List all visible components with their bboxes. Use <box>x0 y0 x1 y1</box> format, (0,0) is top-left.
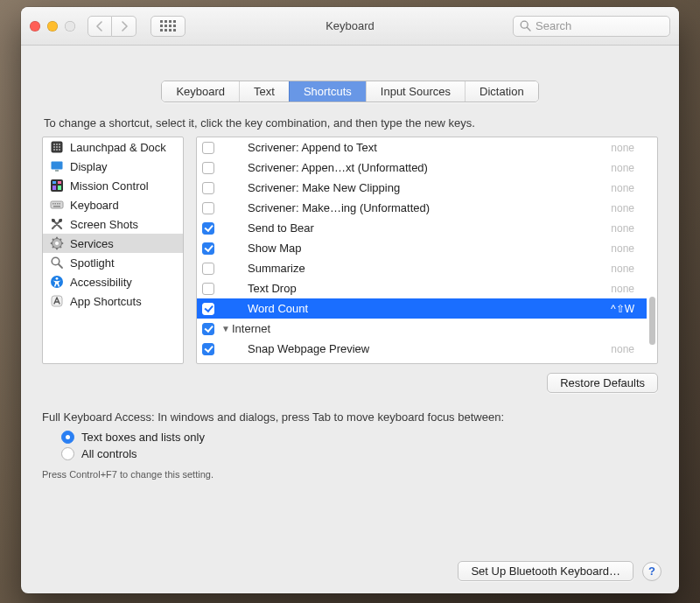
sidebar-item-app-shortcuts[interactable]: App Shortcuts <box>43 291 183 311</box>
keyboard-icon <box>50 198 64 212</box>
checkbox[interactable] <box>202 303 214 315</box>
checkbox[interactable] <box>202 242 214 255</box>
tab-shortcuts[interactable]: Shortcuts <box>289 81 366 102</box>
checkbox[interactable] <box>202 263 214 275</box>
shortcuts-list[interactable]: Scrivener: Append to TextnoneScrivener: … <box>196 137 658 364</box>
shortcut-row[interactable]: Scrivener: Make…ing (Unformatted)none <box>197 198 647 218</box>
minimize-button[interactable] <box>47 21 58 32</box>
nav-buttons <box>88 16 136 37</box>
svg-rect-12 <box>52 162 63 170</box>
bluetooth-keyboard-button[interactable]: Set Up Bluetooth Keyboard… <box>458 561 634 581</box>
tab-dictation[interactable]: Dictation <box>465 81 538 102</box>
search-input[interactable]: Search <box>513 16 670 37</box>
fka-option[interactable]: All controls <box>61 447 658 460</box>
mission-control-icon <box>50 179 64 193</box>
shortcut-label: Snap Webpage Preview <box>248 342 369 355</box>
shortcut-key[interactable]: none <box>611 242 647 255</box>
shortcut-row[interactable]: Scrivener: Make New Clippingnone <box>197 178 647 198</box>
radio-label: Text boxes and lists only <box>81 431 205 444</box>
svg-point-25 <box>52 219 55 222</box>
back-button[interactable] <box>88 16 112 37</box>
close-button[interactable] <box>30 21 40 32</box>
shortcut-row[interactable]: Show Mapnone <box>197 238 647 258</box>
shortcut-label: Scrivener: Appen…xt (Unformatted) <box>248 161 428 174</box>
search-placeholder: Search <box>536 19 571 32</box>
sidebar-item-keyboard[interactable]: Keyboard <box>43 195 183 214</box>
svg-point-10 <box>56 149 58 151</box>
svg-rect-16 <box>58 181 61 184</box>
sidebar-item-services[interactable]: Services <box>43 234 183 253</box>
shortcut-row[interactable]: Snap Webpage Previewnone <box>197 339 647 359</box>
group-label: Internet <box>232 322 270 335</box>
forward-button[interactable] <box>112 16 136 37</box>
shortcut-key[interactable]: none <box>611 283 647 295</box>
instruction-text: To change a shortcut, select it, click t… <box>44 116 658 130</box>
shortcut-key[interactable]: ^⇧W <box>611 303 647 315</box>
svg-point-7 <box>56 146 58 148</box>
shortcut-label: Word Count <box>248 302 308 315</box>
titlebar: Keyboard Search <box>21 7 679 46</box>
grid-icon <box>160 20 176 32</box>
shortcut-label: Summarize <box>248 262 305 275</box>
tab-keyboard[interactable]: Keyboard <box>162 81 239 102</box>
search-icon <box>520 20 531 32</box>
window-controls <box>30 21 80 32</box>
sidebar-item-label: Services <box>70 237 114 250</box>
tab-text[interactable]: Text <box>239 81 289 102</box>
scroll-thumb[interactable] <box>649 297 655 345</box>
shortcut-row[interactable]: Scrivener: Appen…xt (Unformatted)none <box>197 158 647 178</box>
shortcut-key[interactable]: none <box>611 182 647 194</box>
scrollbar[interactable] <box>648 139 655 361</box>
radio-button[interactable] <box>61 447 74 460</box>
checkbox[interactable] <box>202 182 214 194</box>
svg-line-38 <box>59 264 62 268</box>
shortcut-row[interactable]: Word Count^⇧W <box>197 298 647 319</box>
shortcut-row[interactable]: Summarizenone <box>197 258 647 278</box>
shortcut-row[interactable]: Text Dropnone <box>197 278 647 298</box>
sidebar-item-launchpad-dock[interactable]: Launchpad & Dock <box>43 137 183 157</box>
sidebar-item-accessibility[interactable]: Accessibility <box>43 272 183 291</box>
shortcut-key[interactable]: none <box>611 343 647 355</box>
sidebar-item-spotlight[interactable]: Spotlight <box>43 253 183 272</box>
svg-line-34 <box>60 247 62 249</box>
shortcut-label: Scrivener: Make…ing (Unformatted) <box>248 201 430 214</box>
checkbox[interactable] <box>202 202 214 214</box>
sidebar-item-display[interactable]: Display <box>43 157 183 176</box>
shortcut-row[interactable]: Scrivener: Append to Textnone <box>197 137 647 158</box>
category-sidebar[interactable]: Launchpad & DockDisplayMission ControlKe… <box>42 137 184 364</box>
shortcut-key[interactable]: none <box>611 222 647 235</box>
shortcut-group[interactable]: ▼Internet <box>197 319 647 339</box>
checkbox[interactable] <box>202 142 214 154</box>
shortcut-key[interactable]: none <box>611 263 647 275</box>
radio-button[interactable] <box>61 431 74 444</box>
zoom-button[interactable] <box>65 21 75 32</box>
tab-input-sources[interactable]: Input Sources <box>366 81 465 102</box>
shortcut-row[interactable]: Send to Bearnone <box>197 218 647 238</box>
restore-defaults-button[interactable]: Restore Defaults <box>547 373 658 393</box>
sidebar-item-screen-shots[interactable]: Screen Shots <box>43 214 183 234</box>
sidebar-item-mission-control[interactable]: Mission Control <box>43 176 183 195</box>
checkbox[interactable] <box>202 283 214 295</box>
fka-hint: Press Control+F7 to change this setting. <box>42 469 658 480</box>
disclosure-triangle-icon[interactable]: ▼ <box>221 324 230 333</box>
svg-line-36 <box>52 247 54 249</box>
sidebar-item-label: Display <box>70 160 108 173</box>
svg-rect-21 <box>55 203 57 205</box>
svg-line-33 <box>52 239 54 241</box>
show-all-button[interactable] <box>150 16 186 37</box>
screenshots-icon <box>50 217 64 231</box>
checkbox[interactable] <box>202 343 214 355</box>
services-icon <box>50 236 64 250</box>
shortcut-key[interactable]: none <box>611 202 647 214</box>
shortcut-key[interactable]: none <box>611 162 647 174</box>
shortcut-label: Show Map <box>248 242 301 255</box>
fka-option[interactable]: Text boxes and lists only <box>61 431 658 444</box>
radio-label: All controls <box>81 447 137 460</box>
help-button[interactable]: ? <box>642 562 662 581</box>
checkbox[interactable] <box>202 222 214 235</box>
chevron-left-icon <box>96 21 103 32</box>
checkbox[interactable] <box>202 162 214 174</box>
checkbox[interactable] <box>202 323 214 335</box>
sidebar-item-label: Accessibility <box>70 276 132 289</box>
shortcut-key[interactable]: none <box>611 142 647 154</box>
